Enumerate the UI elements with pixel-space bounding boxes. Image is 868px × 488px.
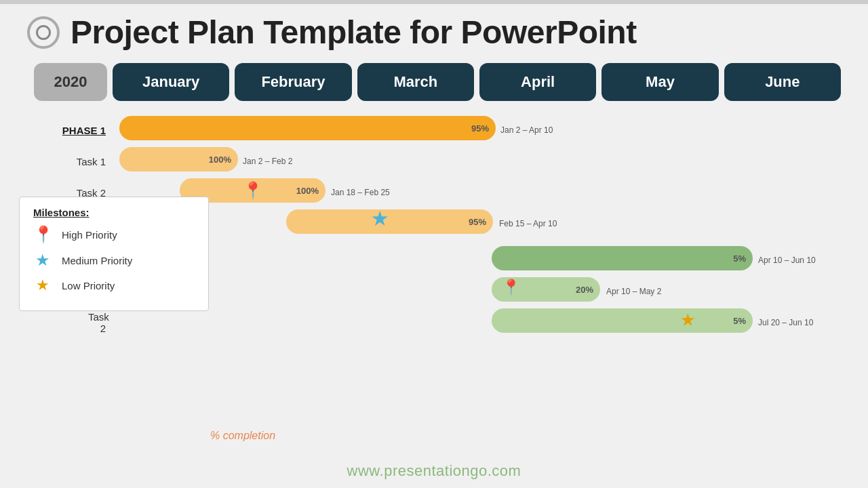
- phase1-task2-pct: 100%: [296, 186, 319, 196]
- year-box: 2020: [34, 63, 107, 101]
- month-may: May: [601, 63, 718, 101]
- phase1-task1-timeline: 100% Jan 2 – Feb 2: [115, 147, 821, 176]
- header: Project Plan Template for PowerPoint: [27, 14, 841, 51]
- milestone-p2-task1: 📍: [502, 279, 520, 296]
- legend-low: ★ Low Priority: [33, 277, 195, 294]
- phase1-task1-row: Task 1 100% Jan 2 – Feb 2: [34, 147, 821, 176]
- high-priority-icon: 📍: [33, 225, 52, 244]
- phase1-task3-dates: Feb 15 – Apr 10: [499, 219, 557, 228]
- phase1-task2-timeline: 📍 100% Jan 18 – Feb 25: [115, 178, 821, 207]
- phase1-task3-timeline: ★ 95% Feb 15 – Apr 10: [115, 209, 821, 238]
- phase2-task1-timeline: 📍 20% Apr 10 – May 2: [115, 277, 821, 306]
- high-priority-label: High Priority: [62, 229, 117, 241]
- phase2-task2-timeline: ★ 5% Jul 20 – Jun 10: [115, 308, 821, 337]
- phase1-task3-pct: 95%: [469, 217, 486, 227]
- legend-high: 📍 High Priority: [33, 225, 195, 244]
- legend-box: Milestones: 📍 High Priority ★ Medium Pri…: [19, 197, 209, 311]
- slide: Project Plan Template for PowerPoint 202…: [0, 0, 868, 488]
- phase2-task2-label: Task 2: [34, 311, 115, 334]
- phase2-task2-dates: Jul 20 – Jun 10: [758, 318, 813, 327]
- phase1-pct: 95%: [471, 123, 489, 134]
- phase1-timeline: 95% Jan 2 – Apr 10: [115, 116, 821, 144]
- milestone-task2: 📍: [243, 181, 263, 200]
- phase1-task1-dates: Jan 2 – Feb 2: [243, 157, 292, 166]
- completion-note: % completion: [210, 430, 275, 442]
- legend-medium: ★ Medium Priority: [33, 251, 195, 270]
- phase1-task2-dates: Jan 18 – Feb 25: [331, 188, 390, 197]
- month-march: March: [357, 63, 474, 101]
- logo: [27, 16, 60, 49]
- phase1-row: PHASE 1 95% Jan 2 – Apr 10: [34, 116, 821, 144]
- phase1-task1-pct: 100%: [209, 155, 231, 165]
- medium-priority-icon: ★: [33, 251, 52, 270]
- top-decorative-bar: [0, 0, 868, 4]
- phase2-dates: Apr 10 – Jun 10: [758, 256, 816, 265]
- phase1-label: PHASE 1: [34, 125, 115, 136]
- milestone-task3: ★: [372, 209, 387, 230]
- month-june: June: [724, 63, 841, 101]
- logo-inner: [36, 25, 51, 40]
- month-april: April: [479, 63, 596, 101]
- phase2-task1-pct: 20%: [576, 285, 593, 295]
- phase2-task2-row: Task 2 ★ 5% Jul 20 – Jun 10: [34, 308, 821, 337]
- low-priority-label: Low Priority: [62, 280, 115, 291]
- phase2-timeline: 5% Apr 10 – Jun 10: [115, 246, 821, 274]
- phase2-task1-bar: 📍 20%: [492, 277, 600, 302]
- phase2-task2-bar: ★ 5%: [492, 308, 753, 333]
- phase2-bar: 5%: [492, 246, 753, 270]
- phase2-task1-dates: Apr 10 – May 2: [606, 287, 661, 296]
- phase1-dates: Jan 2 – Apr 10: [500, 125, 553, 135]
- footer-url: www.presentationgo.com: [0, 462, 868, 480]
- phase1-task1-bar: 100%: [119, 147, 238, 171]
- phase2-task2-pct: 5%: [733, 316, 746, 326]
- month-header-row: 2020 January February March April May Ju…: [34, 63, 841, 101]
- low-priority-icon: ★: [33, 277, 52, 294]
- phase1-task1-label: Task 1: [34, 156, 115, 167]
- page-title: Project Plan Template for PowerPoint: [71, 14, 637, 51]
- legend-title: Milestones:: [33, 207, 195, 218]
- month-january: January: [113, 63, 229, 101]
- milestone-p2-task2: ★: [681, 312, 694, 329]
- month-february: February: [235, 63, 351, 101]
- phase1-task3-bar: ★ 95%: [286, 209, 493, 234]
- medium-priority-label: Medium Priority: [62, 255, 132, 266]
- phase2-pct: 5%: [733, 253, 746, 264]
- phase1-bar: 95%: [119, 116, 496, 140]
